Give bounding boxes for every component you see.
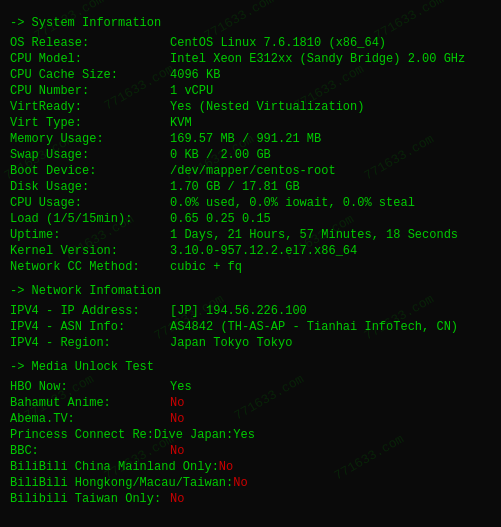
- row-value: /dev/mapper/centos-root: [170, 164, 336, 178]
- row-label: Abema.TV:: [10, 412, 170, 426]
- row-label: CPU Cache Size:: [10, 68, 170, 82]
- row-value: Yes: [233, 428, 255, 442]
- network-info-header: -> Network Infomation: [10, 284, 491, 298]
- table-row: IPV4 - Region:Japan Tokyo Tokyo: [10, 336, 491, 350]
- table-row: OS Release:CentOS Linux 7.6.1810 (x86_64…: [10, 36, 491, 50]
- row-value: Japan Tokyo Tokyo: [170, 336, 292, 350]
- table-row: Load (1/5/15min):0.65 0.25 0.15: [10, 212, 491, 226]
- row-label: Disk Usage:: [10, 180, 170, 194]
- table-row: Memory Usage:169.57 MB / 991.21 MB: [10, 132, 491, 146]
- row-value: No: [170, 412, 184, 426]
- table-row: BBC:No: [10, 444, 491, 458]
- row-value: No: [219, 460, 233, 474]
- table-row: Network CC Method:cubic + fq: [10, 260, 491, 274]
- system-info-rows: OS Release:CentOS Linux 7.6.1810 (x86_64…: [10, 36, 491, 274]
- row-value: 1 Days, 21 Hours, 57 Minutes, 18 Seconds: [170, 228, 458, 242]
- table-row: IPV4 - IP Address:[JP] 194.56.226.100: [10, 304, 491, 318]
- row-value: AS4842 (TH-AS-AP - Tianhai InfoTech, CN): [170, 320, 458, 334]
- table-row: Bilibili Taiwan Only:No: [10, 492, 491, 506]
- row-label: IPV4 - ASN Info:: [10, 320, 170, 334]
- row-label: VirtReady:: [10, 100, 170, 114]
- row-label: CPU Model:: [10, 52, 170, 66]
- table-row: Virt Type:KVM: [10, 116, 491, 130]
- row-label: CPU Number:: [10, 84, 170, 98]
- row-label: Princess Connect Re:Dive Japan:: [10, 428, 233, 442]
- row-label: Virt Type:: [10, 116, 170, 130]
- table-row: BiliBili Hongkong/Macau/Taiwan:No: [10, 476, 491, 490]
- row-label: BiliBili China Mainland Only:: [10, 460, 219, 474]
- media-unlock-rows: HBO Now:YesBahamut Anime:NoAbema.TV:NoPr…: [10, 380, 491, 506]
- row-value: 169.57 MB / 991.21 MB: [170, 132, 321, 146]
- row-value: cubic + fq: [170, 260, 242, 274]
- table-row: VirtReady:Yes (Nested Virtualization): [10, 100, 491, 114]
- row-value: [JP] 194.56.226.100: [170, 304, 307, 318]
- row-value: 4096 KB: [170, 68, 220, 82]
- row-value: 1.70 GB / 17.81 GB: [170, 180, 300, 194]
- table-row: CPU Cache Size:4096 KB: [10, 68, 491, 82]
- row-label: Swap Usage:: [10, 148, 170, 162]
- media-unlock-header: -> Media Unlock Test: [10, 360, 491, 374]
- row-value: No: [233, 476, 247, 490]
- row-value: Yes (Nested Virtualization): [170, 100, 364, 114]
- table-row: Kernel Version:3.10.0-957.12.2.el7.x86_6…: [10, 244, 491, 258]
- row-label: IPV4 - Region:: [10, 336, 170, 350]
- main-container: -> System Information OS Release:CentOS …: [0, 0, 501, 516]
- table-row: Disk Usage:1.70 GB / 17.81 GB: [10, 180, 491, 194]
- row-value: CentOS Linux 7.6.1810 (x86_64): [170, 36, 386, 50]
- row-value: 1 vCPU: [170, 84, 213, 98]
- row-label: BiliBili Hongkong/Macau/Taiwan:: [10, 476, 233, 490]
- row-label: HBO Now:: [10, 380, 170, 394]
- system-info-header: -> System Information: [10, 16, 491, 30]
- row-label: Bilibili Taiwan Only:: [10, 492, 170, 506]
- table-row: Bahamut Anime:No: [10, 396, 491, 410]
- row-value: 3.10.0-957.12.2.el7.x86_64: [170, 244, 357, 258]
- row-value: Intel Xeon E312xx (Sandy Bridge) 2.00 GH…: [170, 52, 465, 66]
- row-label: Uptime:: [10, 228, 170, 242]
- row-value: 0.0% used, 0.0% iowait, 0.0% steal: [170, 196, 415, 210]
- row-label: CPU Usage:: [10, 196, 170, 210]
- row-label: Network CC Method:: [10, 260, 170, 274]
- row-value: No: [170, 396, 184, 410]
- row-value: 0.65 0.25 0.15: [170, 212, 271, 226]
- table-row: CPU Number:1 vCPU: [10, 84, 491, 98]
- table-row: Abema.TV:No: [10, 412, 491, 426]
- row-value: 0 KB / 2.00 GB: [170, 148, 271, 162]
- row-value: No: [170, 492, 184, 506]
- table-row: Swap Usage:0 KB / 2.00 GB: [10, 148, 491, 162]
- row-value: No: [170, 444, 184, 458]
- row-label: OS Release:: [10, 36, 170, 50]
- table-row: BiliBili China Mainland Only:No: [10, 460, 491, 474]
- row-label: Memory Usage:: [10, 132, 170, 146]
- table-row: IPV4 - ASN Info:AS4842 (TH-AS-AP - Tianh…: [10, 320, 491, 334]
- table-row: HBO Now:Yes: [10, 380, 491, 394]
- row-label: Boot Device:: [10, 164, 170, 178]
- table-row: CPU Model:Intel Xeon E312xx (Sandy Bridg…: [10, 52, 491, 66]
- row-label: Load (1/5/15min):: [10, 212, 170, 226]
- table-row: Boot Device:/dev/mapper/centos-root: [10, 164, 491, 178]
- table-row: Uptime:1 Days, 21 Hours, 57 Minutes, 18 …: [10, 228, 491, 242]
- table-row: CPU Usage:0.0% used, 0.0% iowait, 0.0% s…: [10, 196, 491, 210]
- row-label: Bahamut Anime:: [10, 396, 170, 410]
- network-info-rows: IPV4 - IP Address:[JP] 194.56.226.100IPV…: [10, 304, 491, 350]
- row-value: KVM: [170, 116, 192, 130]
- row-label: IPV4 - IP Address:: [10, 304, 170, 318]
- row-label: Kernel Version:: [10, 244, 170, 258]
- table-row: Princess Connect Re:Dive Japan:Yes: [10, 428, 491, 442]
- row-value: Yes: [170, 380, 192, 394]
- row-label: BBC:: [10, 444, 170, 458]
